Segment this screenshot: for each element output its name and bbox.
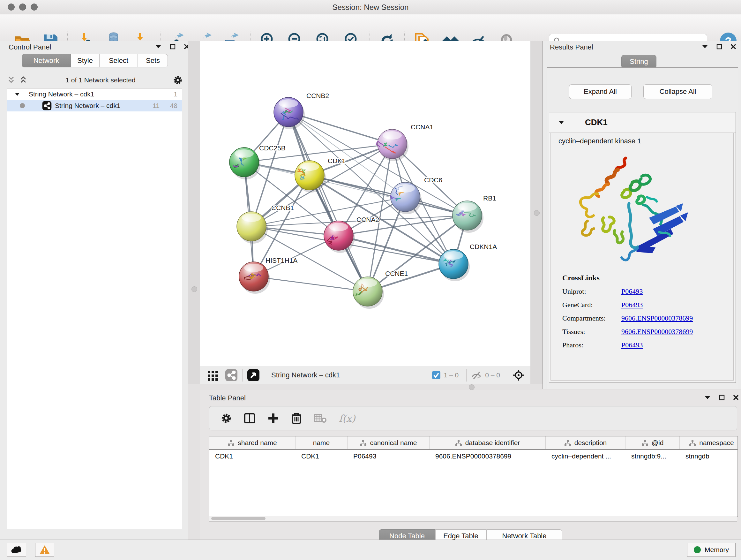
node-CCNB2[interactable]: CCNB2 xyxy=(274,92,329,129)
cell-description[interactable]: cyclin–dependent ... xyxy=(546,450,625,462)
delete-table-icon[interactable] xyxy=(314,413,327,423)
float-panel-icon[interactable] xyxy=(719,395,725,400)
cloud-tasks-button[interactable] xyxy=(7,543,26,557)
memory-button[interactable]: Memory xyxy=(687,543,736,557)
crosslink-link[interactable]: 9606.ENSP00000378699 xyxy=(621,327,693,336)
column-header--id[interactable]: @id xyxy=(625,436,680,449)
tab-select[interactable]: Select xyxy=(99,54,138,67)
string-app-icon[interactable] xyxy=(225,369,238,381)
float-panel-icon[interactable] xyxy=(170,44,176,50)
table-horizontal-scrollbar[interactable] xyxy=(209,516,737,522)
birds-eye-view-icon[interactable] xyxy=(247,369,260,381)
delete-column-icon[interactable] xyxy=(291,412,302,424)
table-options-gear-icon[interactable] xyxy=(221,413,232,424)
window-title: Session: New Session xyxy=(0,3,741,12)
tab-network[interactable]: Network xyxy=(22,54,71,67)
tab-string[interactable]: String xyxy=(621,55,657,68)
warning-icon xyxy=(39,545,50,555)
crosslink-label: Compartments: xyxy=(562,314,621,322)
node-CDC25B[interactable]: CDC25B xyxy=(229,144,286,179)
network-view-toolbar: String Network – cdk1 1 – 0 0 – 0 xyxy=(200,366,530,384)
scrollbar-thumb[interactable] xyxy=(211,517,266,520)
crosslink-link[interactable]: 9606.ENSP00000378699 xyxy=(621,314,693,322)
hidden-eye-icon[interactable] xyxy=(471,370,482,380)
float-menu-icon[interactable] xyxy=(704,395,711,400)
column-header-name[interactable]: name xyxy=(295,436,347,449)
float-menu-icon[interactable] xyxy=(155,44,161,49)
node-label-CDKN1A: CDKN1A xyxy=(470,243,497,250)
table-header-row: shared namenamecanonical namedatabase id… xyxy=(209,436,738,450)
toolbar-separator xyxy=(508,369,508,381)
cell-shared-name[interactable]: CDK1 xyxy=(209,450,295,462)
node-CCNA1[interactable]: CCNA1 xyxy=(376,123,433,161)
splitter-handle[interactable] xyxy=(469,384,475,390)
protein-card-header[interactable]: CDK1 xyxy=(549,112,736,133)
node-CDK1[interactable]: CDK1 xyxy=(295,157,346,192)
column-header-shared-name[interactable]: shared name xyxy=(209,436,295,449)
function-builder-icon[interactable]: f(x) xyxy=(339,413,355,424)
tab-style[interactable]: Style xyxy=(71,54,99,67)
edge-HIST1H1A-CCNE1[interactable] xyxy=(254,276,367,292)
column-header-namespace[interactable]: namespace xyxy=(680,436,738,449)
cell-canonical-name[interactable]: P06493 xyxy=(347,450,429,462)
collapse-all-button[interactable]: Collapse All xyxy=(643,84,712,99)
tree-expander-icon[interactable] xyxy=(15,92,20,96)
node-CCNB1[interactable]: CCNB1 xyxy=(237,204,294,244)
network-tree-row[interactable]: String Network – cdk11148 xyxy=(7,100,182,111)
column-attribute-icon xyxy=(227,440,234,446)
network-options-gear-icon[interactable] xyxy=(173,75,183,85)
add-column-icon[interactable] xyxy=(267,413,279,424)
cell--id[interactable]: stringdb:9... xyxy=(625,450,680,462)
cell-namespace[interactable]: stringdb xyxy=(680,450,738,462)
node-table[interactable]: shared namenamecanonical namedatabase id… xyxy=(209,436,738,516)
column-header-canonical-name[interactable]: canonical name xyxy=(347,436,429,449)
selected-checkbox-icon[interactable] xyxy=(432,371,441,380)
memory-status-icon xyxy=(694,546,701,553)
network-collection-label: String Network – cdk1 xyxy=(29,90,174,98)
node-RB1[interactable]: RB1 xyxy=(453,194,496,233)
protein-structure-image xyxy=(563,152,691,270)
network-collection-row[interactable]: String Network – cdk1 1 xyxy=(7,88,182,100)
crosslink-row: Pharos:P06493 xyxy=(562,341,693,349)
tab-sets[interactable]: Sets xyxy=(138,54,168,67)
expand-all-button[interactable]: Expand All xyxy=(569,84,631,99)
expand-all-icon[interactable] xyxy=(18,76,28,84)
collapse-card-icon[interactable] xyxy=(559,121,564,125)
crosslink-link[interactable]: P06493 xyxy=(621,301,643,309)
column-header-database-identifier[interactable]: database identifier xyxy=(429,436,546,449)
splitter-handle[interactable] xyxy=(192,287,197,292)
show-columns-icon[interactable] xyxy=(244,413,255,424)
node-label-CDC6: CDC6 xyxy=(424,176,442,184)
column-attribute-icon xyxy=(689,440,696,446)
cell-name[interactable]: CDK1 xyxy=(295,450,347,462)
edge-CDK1-RB1[interactable] xyxy=(310,175,467,215)
node-label-CCNE1: CCNE1 xyxy=(385,270,408,277)
crosslink-link[interactable]: P06493 xyxy=(621,341,643,349)
node-label-CDC25B: CDC25B xyxy=(259,144,286,152)
float-panel-icon[interactable] xyxy=(717,44,722,50)
vertical-splitter[interactable] xyxy=(530,41,542,384)
collapse-all-icon[interactable] xyxy=(6,76,16,84)
table-row[interactable]: CDK1CDK1P064939606.ENSP00000378699cyclin… xyxy=(209,450,738,462)
crosslink-label: GeneCard: xyxy=(562,301,621,309)
close-panel-icon[interactable] xyxy=(731,44,736,50)
show-grid-icon[interactable] xyxy=(207,369,219,381)
toolbar-separator xyxy=(466,369,467,381)
warnings-button[interactable] xyxy=(35,543,54,557)
node-CDC6[interactable]: CDC6 xyxy=(391,176,443,214)
close-panel-icon[interactable] xyxy=(733,395,739,400)
edge-CCNB2-CCNE1[interactable] xyxy=(288,112,367,292)
crosslink-link[interactable]: P06493 xyxy=(621,287,643,296)
fit-selected-crosshair-icon[interactable] xyxy=(513,369,525,381)
column-header-description[interactable]: description xyxy=(546,436,625,449)
cell-database-identifier[interactable]: 9606.ENSP00000378699 xyxy=(429,450,546,462)
crosslink-row: Uniprot:P06493 xyxy=(562,287,693,296)
splitter-handle[interactable] xyxy=(534,210,540,216)
network-canvas[interactable]: CCNB2CCNA1CDC25BCDK1CDC6RB1CCNB1CCNA2CDK… xyxy=(200,41,530,366)
vertical-splitter[interactable] xyxy=(188,41,200,384)
string-app-icon xyxy=(42,101,52,111)
node-HIST1H1A[interactable]: HIST1H1A xyxy=(239,257,297,294)
node-CCNE1[interactable]: CCNE1 xyxy=(353,270,408,309)
node-CDKN1A[interactable]: CDKN1A xyxy=(439,243,497,281)
float-menu-icon[interactable] xyxy=(702,44,708,49)
